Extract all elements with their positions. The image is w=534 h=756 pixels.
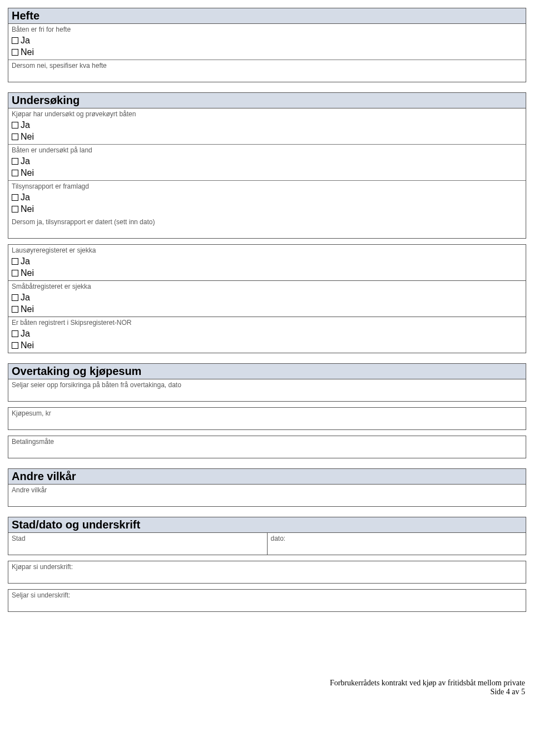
option-label: Ja <box>21 156 30 167</box>
checkbox-ja[interactable]: Ja <box>12 120 522 131</box>
section-andre-vilkar: Andre vilkår Andre vilkår <box>8 468 526 507</box>
checkbox-nei[interactable]: Nei <box>12 340 522 351</box>
input-kjopar-underskrift[interactable] <box>12 572 522 582</box>
checkbox-box-icon <box>12 49 18 56</box>
option-label: Nei <box>21 304 34 315</box>
section-signatur: Stad/dato og underskrift Stad dato: Kjøp… <box>8 517 526 612</box>
checkbox-box-icon <box>12 170 18 176</box>
label-seljar-underskrift: Seljar si underskrift: <box>12 591 522 600</box>
field-q4: Lausøyreregisteret er sjekka Ja Nei <box>8 244 526 281</box>
label-q1: Kjøpar har undersøkt og prøvekøyrt båten <box>12 110 522 119</box>
field-forsikring: Seljar seier opp forsikringa på båten fr… <box>8 379 526 402</box>
checkbox-nei[interactable]: Nei <box>12 167 522 179</box>
option-label: Nei <box>21 268 34 279</box>
checkbox-ja[interactable]: Ja <box>12 292 522 303</box>
checkbox-box-icon <box>12 306 18 313</box>
field-q3-date: Dersom ja, tilsynsrapport er datert (set… <box>8 216 526 239</box>
checkbox-box-icon <box>12 194 18 201</box>
section-title-undersoking: Undersøking <box>8 93 526 108</box>
checkbox-box-icon <box>12 37 18 44</box>
field-andre-vilkar: Andre vilkår <box>8 485 526 506</box>
field-stad: Stad <box>8 533 268 555</box>
field-q3: Tilsynsrapport er framlagd Ja Nei <box>8 180 526 216</box>
label-q3: Tilsynsrapport er framlagd <box>12 182 522 191</box>
section-overtaking: Overtaking og kjøpesum Seljar seier opp … <box>8 363 526 458</box>
checkbox-box-icon <box>12 258 18 265</box>
field-q6: Er båten registrert i Skipsregisteret-NO… <box>8 317 526 353</box>
field-spesifiser-hefte: Dersom nei, spesifiser kva hefte <box>8 60 526 82</box>
checkbox-ja[interactable]: Ja <box>12 156 522 167</box>
input-andre-vilkar[interactable] <box>12 495 522 505</box>
section-hefte: Hefte Båten er fri for hefte Ja Nei Ders… <box>8 8 526 82</box>
input-kjopesum[interactable] <box>12 418 522 428</box>
option-label: Ja <box>21 120 30 131</box>
checkbox-ja[interactable]: Ja <box>12 256 522 267</box>
input-seljar-underskrift[interactable] <box>12 600 522 610</box>
label-q4: Lausøyreregisteret er sjekka <box>12 246 522 255</box>
checkbox-box-icon <box>12 134 18 140</box>
label-spesifiser-hefte: Dersom nei, spesifiser kva hefte <box>12 61 522 71</box>
option-label: Ja <box>21 328 30 339</box>
checkbox-ja[interactable]: Ja <box>12 328 522 339</box>
field-q5: Småbåtregisteret er sjekka Ja Nei <box>8 281 526 317</box>
option-label: Ja <box>21 256 30 267</box>
footer-line2: Side 4 av 5 <box>8 688 525 696</box>
option-label: Nei <box>21 204 34 215</box>
field-betaling: Betalingsmåte <box>8 436 526 458</box>
label-q6: Er båten registrert i Skipsregisteret-NO… <box>12 318 522 328</box>
option-label: Ja <box>21 35 30 46</box>
option-label: Nei <box>21 131 34 142</box>
section-title-hefte: Hefte <box>8 8 526 24</box>
label-kjopar-underskrift: Kjøpar si underskrift: <box>12 562 522 572</box>
section-title-signatur: Stad/dato og underskrift <box>8 517 526 533</box>
checkbox-ja[interactable]: Ja <box>12 35 522 46</box>
label-stad: Stad <box>12 534 264 543</box>
input-spesifiser-hefte[interactable] <box>12 71 522 81</box>
section-undersoking: Undersøking Kjøpar har undersøkt og prøv… <box>8 92 526 353</box>
label-betaling: Betalingsmåte <box>12 437 522 447</box>
label-q2: Båten er undersøkt på land <box>12 146 522 155</box>
checkbox-box-icon <box>12 158 18 165</box>
input-forsikring[interactable] <box>12 390 522 400</box>
field-q1: Kjøpar har undersøkt og prøvekøyrt båten… <box>8 108 526 144</box>
field-kjopar-underskrift: Kjøpar si underskrift: <box>8 561 526 584</box>
field-fri-for-hefte: Båten er fri for hefte Ja Nei <box>8 24 526 60</box>
input-q3-date[interactable] <box>12 227 522 237</box>
checkbox-box-icon <box>12 330 18 337</box>
label-q3-date: Dersom ja, tilsynsrapport er datert (set… <box>12 218 522 227</box>
label-fri-for-hefte: Båten er fri for hefte <box>12 25 522 34</box>
label-q5: Småbåtregisteret er sjekka <box>12 282 522 291</box>
input-stad[interactable] <box>12 543 264 554</box>
input-dato[interactable] <box>271 543 523 554</box>
checkbox-box-icon <box>12 206 18 213</box>
checkbox-nei[interactable]: Nei <box>12 131 522 142</box>
checkbox-ja[interactable]: Ja <box>12 192 522 203</box>
option-label: Nei <box>21 47 34 58</box>
option-label: Nei <box>21 340 34 351</box>
field-seljar-underskrift: Seljar si underskrift: <box>8 589 526 612</box>
checkbox-nei[interactable]: Nei <box>12 204 522 215</box>
row-stad-dato: Stad dato: <box>8 533 526 555</box>
section-title-overtaking: Overtaking og kjøpesum <box>8 364 526 379</box>
label-andre-vilkar: Andre vilkår <box>12 486 522 495</box>
checkbox-box-icon <box>12 122 18 129</box>
field-kjopesum: Kjøpesum, kr <box>8 407 526 430</box>
checkbox-nei[interactable]: Nei <box>12 304 522 315</box>
footer-line1: Forbrukerrådets kontrakt ved kjøp av fri… <box>8 679 525 688</box>
section-title-andre: Andre vilkår <box>8 469 526 485</box>
checkbox-box-icon <box>12 294 18 301</box>
page-footer: Forbrukerrådets kontrakt ved kjøp av fri… <box>8 679 526 696</box>
checkbox-nei[interactable]: Nei <box>12 268 522 279</box>
checkbox-nei[interactable]: Nei <box>12 47 522 58</box>
field-q2: Båten er undersøkt på land Ja Nei <box>8 144 526 180</box>
checkbox-box-icon <box>12 342 18 349</box>
option-label: Ja <box>21 192 30 203</box>
input-betaling[interactable] <box>12 447 522 457</box>
checkbox-box-icon <box>12 270 18 276</box>
label-kjopesum: Kjøpesum, kr <box>12 409 522 418</box>
option-label: Ja <box>21 292 30 303</box>
label-dato: dato: <box>271 534 523 543</box>
option-label: Nei <box>21 167 34 179</box>
label-forsikring: Seljar seier opp forsikringa på båten fr… <box>12 381 522 390</box>
field-dato: dato: <box>267 533 527 555</box>
